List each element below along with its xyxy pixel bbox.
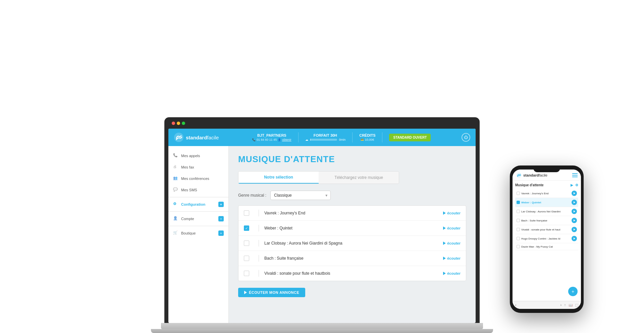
traffic-lights [172,122,185,125]
app-header: standardfacile BJT_PARTNERS 📞 01 84 60 1 [168,129,476,146]
play-icon-1 [443,226,446,230]
compte-expand-button[interactable]: + [218,216,224,221]
music-item-0: Vavrek : Journey's End écouter [238,206,466,221]
phone-play-3[interactable] [572,218,577,223]
sidebar-divider-3 [168,226,228,226]
boutique-expand-button[interactable]: + [218,230,224,236]
music-title-4: Vivaldi : sonate pour flute et hautbois [264,271,443,276]
header-div-3 [382,132,382,142]
listen-button-1[interactable]: écouter [443,226,461,230]
phone-music-title-1: Weber : Quintet [521,201,570,204]
phone-play-header-icon[interactable]: ▶ [571,183,573,187]
listen-label-4: écouter [447,271,461,275]
phone-logo-icon [516,172,522,178]
play-icon-2 [443,242,446,245]
music-title-2: Lar Clobsay : Aurora Nei Giardini di Spa… [264,241,443,246]
music-checkbox-4[interactable] [244,271,249,276]
phone-play-4[interactable] [572,227,577,232]
config-icon: ⚙ [173,202,178,207]
ecouter-annonce-button[interactable]: ÉCOUTER MON ANNONCE [238,288,305,297]
phone-music-item-6: Dazie Mae : My Pussy Cat [515,243,578,250]
browser-forward-button[interactable]: › [560,303,561,307]
phone-checkbox-3[interactable] [517,219,520,222]
phone-play-triangle-2 [574,210,575,212]
browser-icons: › ↑ 📖 ⬚ [560,303,578,307]
listen-button-4[interactable]: écouter [443,271,461,275]
genre-select-wrapper: Classique Jazz Pop Rock Ambiance ▼ [270,191,331,200]
phone-music-item-4: Vivaldi : sonate pour flute et haut [515,225,578,234]
laptop-body: standardfacile BJT_PARTNERS 📞 01 84 60 1 [161,117,483,333]
sidebar-item-boutique[interactable]: 🛒 Boutique + [168,227,228,239]
sidebar-item-sms[interactable]: 💬 Mes SMS [168,184,228,196]
phone-music-title-2: Lar Clobsay : Aurora Nei Giardini [521,210,570,213]
phone-play-triangle-4 [574,228,575,230]
listen-label-2: écouter [447,241,461,245]
credits-value: 10,00€ [365,138,374,141]
progress-track [310,139,337,141]
phone-settings-icon[interactable]: ⚙ [575,183,578,187]
sidebar-item-appels[interactable]: 📞 Mes appels [168,150,228,161]
header-credits-section: CRÉDITS 💳 10,00€ [359,133,375,141]
music-list: Vavrek : Journey's End écouter [238,205,466,281]
phone-section-icons: ▶ ⚙ [571,183,578,187]
tab-telechargez[interactable]: Téléchargez votre musique [319,172,399,184]
camera-bar [168,121,476,127]
config-expand-button[interactable]: + [218,202,224,207]
music-checkbox-2[interactable] [244,241,249,246]
scene: standardfacile BJT_PARTNERS 📞 01 84 60 1 [0,0,644,333]
phone-play-1[interactable] [572,200,577,205]
sidebar-item-conferences[interactable]: 👥 Mes conférences [168,173,228,184]
music-item-3: Bach : Suite française écouter [238,251,466,266]
phone-fab-button[interactable]: + [568,287,578,296]
music-item-4: Vivaldi : sonate pour flute et hautbois … [238,266,466,281]
phone-play-2[interactable] [572,209,577,214]
music-divider-1 [259,225,259,231]
traffic-light-green[interactable] [182,122,185,125]
power-button[interactable]: ⏻ [462,133,470,142]
hamburger-menu[interactable] [572,173,578,177]
header-info: BJT_PARTNERS 📞 01 84 60 11 45 👤 obtenir [225,132,458,142]
sidebar-label-config: Configuration [181,202,205,206]
phone-play-triangle-3 [574,219,575,221]
standard-status-button[interactable]: STANDARD OUVERT [389,134,431,141]
phone-notch [533,165,560,172]
phone-checkbox-2[interactable] [517,210,520,213]
phone-logo: standardfacile [516,172,547,178]
phone-checkbox-0[interactable] [517,192,520,195]
phone-play-5[interactable] [572,236,577,241]
music-checkbox-1[interactable] [244,225,249,231]
phone-play-0[interactable] [572,191,577,196]
play-icon-4 [443,272,446,275]
phone-music-item-5: Hugo Droopy Contini : Jackies Id [515,234,578,243]
header-phone: 📞 01 84 60 11 45 👤 obtenir [252,138,291,141]
phone-checkbox-4[interactable] [517,228,520,231]
phone-checkbox-6[interactable] [517,245,520,248]
traffic-light-red[interactable] [172,122,175,125]
browser-tabs-button[interactable]: ⬚ [575,303,578,307]
phone-checkbox-5[interactable] [517,237,520,240]
phone-brand-light: facile [539,173,547,177]
sidebar-item-configuration[interactable]: ⚙ Configuration + [168,199,228,210]
play-icon-3 [443,257,446,260]
phone-music-item-1: Weber : Quintet [515,198,578,207]
music-checkbox-3[interactable] [244,256,249,261]
sidebar-item-compte[interactable]: 👤 Compte + [168,213,228,224]
browser-share-button[interactable]: ↑ [564,303,566,307]
browser-bookmark-button[interactable]: 📖 [569,303,573,307]
tab-notre-selection[interactable]: Notre sélection [238,172,319,184]
listen-button-3[interactable]: écouter [443,256,461,260]
genre-select[interactable]: Classique Jazz Pop Rock Ambiance [270,191,331,200]
music-checkbox-0[interactable] [244,210,249,216]
music-title-3: Bach : Suite française [264,256,443,261]
header-obtain[interactable]: obtenir [282,138,291,141]
header-forfait-label: FORFAIT 30H [314,133,337,137]
listen-button-2[interactable]: écouter [443,241,461,245]
logo-bold: standard [186,135,207,140]
phone-checkbox-1[interactable] [517,201,520,204]
browser-back-button[interactable]: ‹ [515,303,516,307]
laptop-base [161,323,483,329]
hamburger-line-1 [572,173,578,174]
listen-button-0[interactable]: écouter [443,211,461,215]
sidebar-item-fax[interactable]: 🖨 Mes fax [168,161,228,173]
traffic-light-yellow[interactable] [177,122,180,125]
